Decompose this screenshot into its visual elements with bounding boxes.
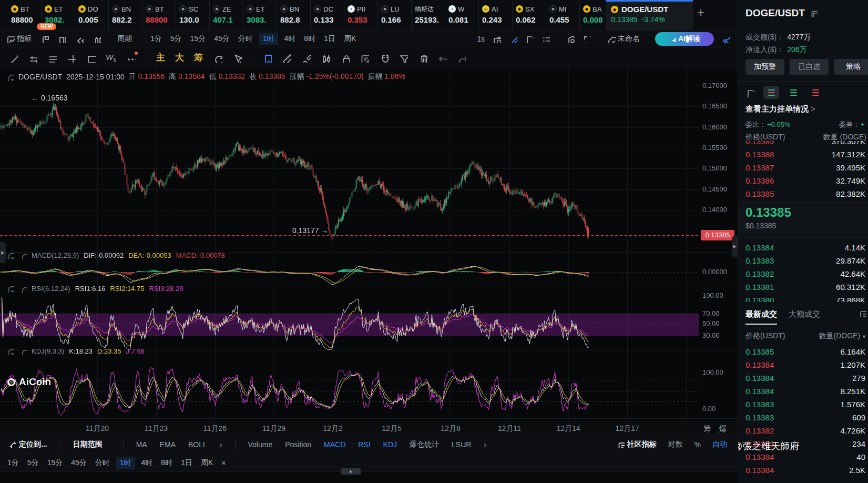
timeframe-1时[interactable]: 1时	[259, 33, 278, 45]
timeframe-45分[interactable]: 45分	[212, 33, 232, 45]
bookmark-tool[interactable]	[262, 53, 272, 63]
collapse-icon[interactable]	[6, 251, 14, 259]
bid-row[interactable]: 0.1338329.874K	[738, 254, 868, 267]
screenshot-button[interactable]	[493, 35, 501, 43]
alert-bell-icon[interactable]	[19, 347, 27, 355]
redo-button[interactable]	[457, 53, 466, 63]
period-menu-button[interactable]: 周期	[117, 34, 139, 44]
indicator-LSUR[interactable]: LSUR	[452, 440, 471, 449]
ticker-item-SC[interactable]: ✕SC130.0	[176, 0, 210, 31]
cross-line-tool[interactable]	[67, 53, 76, 63]
add-frame-icon-button[interactable]	[742, 86, 758, 99]
ticker-item-BN[interactable]: ✕BN882.2	[109, 0, 142, 31]
timeframe-分时[interactable]: 分时	[236, 33, 255, 45]
layout-button[interactable]	[58, 35, 66, 43]
magnet-mode-button[interactable]	[379, 53, 389, 63]
ticker-item-AI[interactable]: ◎AI0.243	[479, 0, 513, 31]
timeframe-周K[interactable]: 周K	[342, 33, 358, 45]
indicator-MACD[interactable]: MACD	[324, 440, 345, 449]
community-indicators-button[interactable]: 社区指标	[617, 440, 657, 449]
indicator-Position[interactable]: Position	[285, 440, 311, 449]
collapse-icon[interactable]	[6, 347, 14, 355]
percent-scale-button[interactable]: %	[695, 440, 701, 449]
chip-tab[interactable]: 筹	[703, 424, 711, 434]
overlay-EMA[interactable]: EMA	[160, 440, 176, 449]
bid-row[interactable]: 0.1338073.868K	[738, 294, 868, 302]
indicator-KDJ[interactable]: KDJ	[383, 440, 397, 449]
ai-analysis-button[interactable]: AI解读	[655, 32, 714, 46]
rectangle-tool[interactable]	[86, 53, 96, 63]
undo-button[interactable]	[437, 53, 447, 63]
trade-row[interactable]: 0.133824.726K	[738, 424, 868, 437]
add-tab-button[interactable]: +	[697, 6, 704, 19]
chart-area[interactable]: DOGE/USDT 2025-12-15 01:00 开 0.13556 高 0…	[0, 68, 738, 421]
ticker-item-SX[interactable]: ◆SX0.062	[513, 0, 546, 31]
wave-tool[interactable]: W5	[106, 53, 116, 63]
annotate-tool[interactable]	[301, 53, 311, 63]
ticker-item-ZE[interactable]: ✕ZE407.1	[210, 0, 243, 31]
timeframe-5分[interactable]: 5分	[25, 457, 41, 469]
trade-row[interactable]: 0.13384279	[738, 371, 868, 385]
drawer-expand-handle[interactable]: ▲	[341, 468, 361, 475]
trade-row[interactable]: 0.133848.251K	[738, 385, 868, 398]
refresh-tool[interactable]	[213, 53, 222, 63]
trade-row[interactable]: 0.133831.576K	[738, 398, 868, 411]
log-scale-button[interactable]: 对数	[668, 440, 683, 449]
ticker-item-DC[interactable]: ✕DC0.133	[311, 0, 344, 31]
timeframe-4时[interactable]: 4时	[282, 33, 298, 45]
indicator-Volume[interactable]: Volume	[248, 440, 273, 449]
cloud-save-button[interactable]: 未命名	[607, 34, 647, 44]
parallel-channel-tool[interactable]	[28, 53, 37, 63]
left-panel-handle[interactable]: ▶	[0, 242, 6, 263]
ask-row[interactable]: 0.13388147.312K	[738, 148, 868, 161]
timeframe-周K[interactable]: 周K	[199, 457, 215, 469]
timeframe-15分[interactable]: 15分	[45, 457, 65, 469]
timeframe-1时[interactable]: 1时	[116, 457, 135, 469]
orderbook-bids-button[interactable]	[785, 86, 801, 99]
settings-button[interactable]	[566, 35, 575, 43]
chart-style-button[interactable]	[93, 35, 108, 43]
measure-tool[interactable]	[282, 53, 291, 63]
liquidation-tab[interactable]: 爆	[719, 424, 727, 434]
trade-row[interactable]: 0.133841.207K	[738, 358, 868, 371]
ticker-item-纳斯达[interactable]: 纳斯达25193.	[412, 0, 445, 31]
notes-button[interactable]	[360, 53, 369, 63]
timeframe-1日[interactable]: 1日	[322, 33, 338, 45]
main-orders-link[interactable]: 查看主力挂单情况>	[746, 104, 815, 114]
horizontal-lines-tool[interactable]	[47, 53, 57, 63]
ticker-item-MI[interactable]: ✕MI0.455	[546, 0, 580, 31]
sort-desc-icon[interactable]: ▼	[862, 334, 866, 339]
ask-row[interactable]: 0.13389370.307K	[738, 141, 868, 148]
trade-row[interactable]: 0.133856.164K	[738, 345, 868, 358]
ticker-item-BN[interactable]: ✕BN882.8	[277, 0, 311, 31]
timeframe-5分[interactable]: 5分	[168, 33, 184, 45]
bid-row[interactable]: 0.1338160.312K	[738, 280, 868, 294]
strategy-button[interactable]: 策略	[834, 59, 868, 75]
timeframe-8时[interactable]: 8时	[302, 33, 318, 45]
indicator-menu-button[interactable]: 指标	[6, 34, 32, 44]
trade-row[interactable]: 0.13383609	[738, 411, 868, 424]
timeframe-1日[interactable]: 1日	[179, 457, 195, 469]
timeframe-45分[interactable]: 45分	[69, 457, 89, 469]
save-layout-button[interactable]	[40, 35, 49, 43]
timeframe-分时[interactable]: 分时	[93, 457, 112, 469]
ticker-item-W[interactable]: ◗W0.081	[445, 0, 479, 31]
ticker-item-DO[interactable]: ◆DO0.005	[75, 0, 109, 31]
timeframe-8时[interactable]: 8时	[159, 457, 175, 469]
overlay-MA[interactable]: MA	[136, 440, 147, 449]
more-indicators-button[interactable]: ›	[484, 440, 486, 449]
trades-settings-icon[interactable]	[859, 309, 866, 325]
time-axis[interactable]: 筹 爆 11月2011月2311月2611月2912月212月512月812月1…	[0, 421, 738, 435]
share-button[interactable]	[722, 35, 730, 43]
bid-row[interactable]: 0.133844.14K	[738, 241, 868, 254]
active-symbol-tab[interactable]: ◆DOGE/USDT 0.13385 -3.74%	[606, 0, 693, 31]
ticker-item-BT[interactable]: ✕BT88800	[142, 0, 176, 31]
ask-row[interactable]: 0.1338582.382K	[738, 187, 868, 200]
overlay-BOLL[interactable]: BOLL	[188, 440, 207, 449]
ticker-item-PII[interactable]: ◗PII0.353	[344, 0, 378, 31]
timeframe-1分[interactable]: 1分	[148, 33, 164, 45]
cursor-tool[interactable]	[232, 53, 242, 63]
right-panel-handle[interactable]: ▶	[732, 236, 738, 257]
ask-row[interactable]: 0.1338739.495K	[738, 161, 868, 174]
candle-edit-tool[interactable]	[321, 53, 330, 63]
